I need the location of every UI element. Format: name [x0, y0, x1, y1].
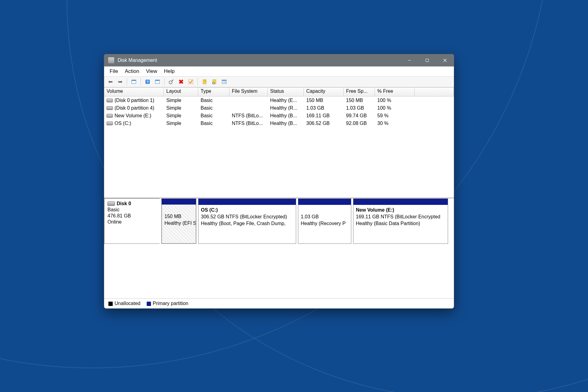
column-headers: Volume Layout Type File System Status Ca… [104, 87, 454, 96]
table-row[interactable]: (Disk 0 partition 4)SimpleBasicHealthy (… [104, 104, 454, 112]
disk-status: Online [107, 219, 156, 225]
graphical-view: Disk 0 Basic 476.81 GB Online 150 MBHeal… [104, 198, 454, 308]
table-row[interactable]: New Volume (E:)SimpleBasicNTFS (BitLo...… [104, 112, 454, 119]
refresh-button[interactable] [167, 77, 175, 86]
col-status[interactable]: Status [268, 88, 304, 96]
back-button[interactable]: ⬅ [106, 77, 115, 86]
menu-file[interactable]: File [107, 67, 121, 75]
disk-size: 476.81 GB [107, 213, 156, 219]
menu-help[interactable]: Help [161, 67, 178, 75]
col-type[interactable]: Type [198, 88, 229, 96]
disk-row: Disk 0 Basic 476.81 GB Online 150 MBHeal… [104, 198, 454, 244]
col-spacer [415, 88, 454, 96]
toolbar: ⬅ ➡ ? ✖ [104, 77, 454, 87]
partition[interactable]: New Volume (E:)169.11 GB NTFS (BitLocker… [353, 198, 448, 244]
forward-button[interactable]: ➡ [116, 77, 124, 86]
drive-icon [107, 202, 115, 206]
disk-label[interactable]: Disk 0 Basic 476.81 GB Online [104, 198, 160, 244]
titlebar[interactable]: Disk Management [104, 54, 454, 66]
minimize-button[interactable] [401, 54, 418, 66]
svg-point-10 [169, 81, 172, 84]
col-capacity[interactable]: Capacity [304, 88, 344, 96]
disk-management-window: Disk Management File Action View Help ⬅ … [104, 54, 454, 309]
col-volume[interactable]: Volume [104, 88, 164, 96]
col-freespace[interactable]: Free Sp... [344, 88, 375, 96]
show-hide-tree-button[interactable] [130, 77, 138, 86]
partition[interactable]: OS (C:)306.52 GB NTFS (BitLocker Encrypt… [198, 198, 296, 244]
svg-rect-18 [222, 80, 226, 81]
svg-rect-9 [155, 80, 160, 81]
action2-button[interactable] [210, 77, 219, 86]
maximize-button[interactable] [418, 54, 436, 66]
details-button[interactable] [153, 77, 162, 86]
menu-view[interactable]: View [143, 67, 160, 75]
partition[interactable]: 150 MBHealthy (EFI S [161, 198, 196, 244]
disk-partitions: 150 MBHealthy (EFI SOS (C:)306.52 GB NTF… [160, 198, 454, 244]
menubar: File Action View Help [104, 66, 454, 77]
action1-button[interactable] [200, 77, 209, 86]
svg-line-11 [172, 80, 173, 81]
menu-action[interactable]: Action [122, 67, 142, 75]
volume-list[interactable]: (Disk 0 partition 1)SimpleBasicHealthy (… [104, 96, 454, 198]
svg-rect-5 [132, 80, 136, 81]
legend-primary: Primary partition [147, 301, 188, 306]
help-button[interactable]: ? [143, 77, 152, 86]
delete-button[interactable]: ✖ [177, 77, 185, 86]
close-button[interactable] [436, 54, 454, 66]
svg-rect-1 [426, 59, 429, 62]
properties-button[interactable] [220, 77, 228, 86]
legend-unallocated: Unallocated [108, 301, 141, 306]
disk-name: Disk 0 [117, 201, 131, 207]
col-pctfree[interactable]: % Free [375, 88, 415, 96]
col-filesystem[interactable]: File System [229, 88, 268, 96]
svg-text:?: ? [146, 80, 149, 84]
legend: Unallocated Primary partition [104, 298, 454, 308]
table-row[interactable]: (Disk 0 partition 1)SimpleBasicHealthy (… [104, 96, 454, 104]
disk-type: Basic [107, 207, 156, 213]
check-button[interactable] [187, 77, 195, 86]
partition[interactable]: 1.03 GBHealthy (Recovery P [298, 198, 351, 244]
col-layout[interactable]: Layout [164, 88, 198, 96]
table-row[interactable]: OS (C:)SimpleBasicNTFS (BitLo...Healthy … [104, 119, 454, 127]
window-title: Disk Management [118, 58, 157, 63]
app-icon [108, 57, 115, 64]
